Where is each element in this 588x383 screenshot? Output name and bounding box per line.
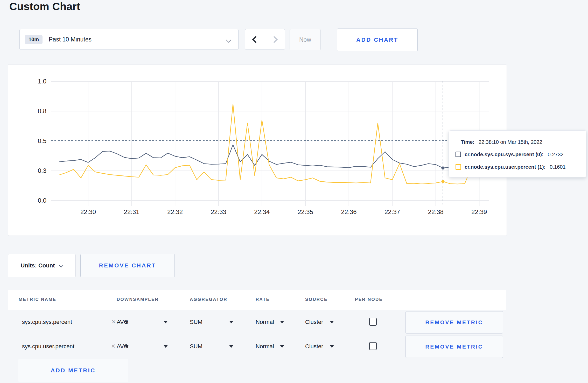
col-header-per-node: PER NODE bbox=[355, 297, 383, 302]
source-select[interactable]: Cluster bbox=[305, 343, 323, 350]
source-select[interactable]: Cluster bbox=[305, 319, 323, 325]
svg-text:0.3: 0.3 bbox=[38, 167, 46, 174]
page-title: Custom Chart bbox=[9, 1, 80, 13]
chart-card: 0.00.30.50.81.022:3022:3122:3222:3322:34… bbox=[8, 64, 507, 236]
caret-down-icon[interactable] bbox=[229, 321, 233, 323]
metric-name-select[interactable]: sys.cpu.user.percent bbox=[22, 343, 74, 350]
svg-text:22:30: 22:30 bbox=[80, 208, 96, 215]
tooltip-series-value: 0.2732 bbox=[548, 152, 564, 158]
col-header-aggregator: AGGREGATOR bbox=[190, 297, 227, 302]
clear-metric-icon[interactable]: ✕ bbox=[111, 343, 116, 349]
svg-text:22:32: 22:32 bbox=[167, 208, 183, 215]
tooltip-series-value: 0.1601 bbox=[550, 164, 565, 170]
svg-text:22:35: 22:35 bbox=[298, 208, 313, 215]
rate-select[interactable]: Normal bbox=[256, 343, 274, 350]
metric-name-select[interactable]: sys.cpu.sys.percent bbox=[22, 319, 72, 325]
tooltip-time-label: Time: bbox=[461, 139, 474, 145]
add-chart-button[interactable]: ADD CHART bbox=[337, 29, 418, 51]
remove-metric-button[interactable]: REMOVE METRIC bbox=[405, 336, 503, 358]
aggregator-select[interactable]: SUM bbox=[190, 319, 202, 325]
svg-text:22:34: 22:34 bbox=[254, 208, 270, 215]
user-percent-swatch-icon bbox=[456, 164, 461, 170]
chevron-down-icon bbox=[59, 263, 64, 267]
tooltip-series-label: cr.node.sys.cpu.user.percent (1): bbox=[465, 164, 545, 170]
tooltip-time-row: Time: 22:38:10 on Mar 15th, 2022 bbox=[456, 137, 579, 147]
caret-down-icon[interactable] bbox=[280, 345, 284, 348]
add-metric-button[interactable]: ADD METRIC bbox=[18, 359, 128, 382]
tooltip-time-value: 22:38:10 on Mar 15th, 2022 bbox=[479, 139, 542, 145]
time-range-badge: 10m bbox=[25, 35, 43, 44]
downsampler-select[interactable]: AVG bbox=[117, 343, 128, 350]
units-dropdown[interactable]: Units: Count bbox=[8, 254, 76, 277]
time-step-buttons bbox=[245, 29, 285, 50]
sys-percent-swatch-icon bbox=[456, 152, 461, 157]
col-header-source: SOURCE bbox=[305, 297, 328, 302]
aggregator-select[interactable]: SUM bbox=[190, 343, 202, 350]
caret-down-icon[interactable] bbox=[330, 321, 334, 323]
chevron-left-icon bbox=[252, 36, 259, 43]
caret-down-icon[interactable] bbox=[229, 345, 233, 348]
svg-text:1.0: 1.0 bbox=[38, 78, 46, 85]
chevron-down-icon bbox=[226, 37, 231, 42]
custom-chart-page: Custom Chart 10m Past 10 Minutes Now ADD… bbox=[0, 0, 588, 383]
caret-down-icon[interactable] bbox=[330, 345, 334, 348]
per-node-checkbox[interactable] bbox=[369, 342, 377, 350]
svg-text:22:38: 22:38 bbox=[428, 208, 444, 215]
downsampler-select[interactable]: AVG bbox=[117, 319, 128, 325]
col-header-metric-name: METRIC NAME bbox=[19, 297, 56, 302]
caret-down-icon[interactable] bbox=[280, 321, 284, 323]
next-range-button[interactable] bbox=[265, 29, 285, 49]
tooltip-series-label: cr.node.sys.cpu.sys.percent (0): bbox=[465, 152, 544, 158]
col-header-downsampler: DOWNSAMPLER bbox=[117, 297, 159, 302]
svg-text:22:36: 22:36 bbox=[341, 208, 357, 215]
svg-text:22:33: 22:33 bbox=[211, 208, 226, 215]
caret-down-icon[interactable] bbox=[164, 321, 168, 323]
per-node-checkbox[interactable] bbox=[369, 318, 377, 326]
rate-select[interactable]: Normal bbox=[256, 319, 274, 325]
svg-text:22:31: 22:31 bbox=[124, 208, 139, 215]
svg-text:22:37: 22:37 bbox=[384, 208, 400, 215]
time-range-dropdown[interactable]: 10m Past 10 Minutes bbox=[19, 29, 239, 50]
svg-text:0.0: 0.0 bbox=[38, 197, 46, 204]
toolbar-divider bbox=[8, 29, 8, 49]
caret-down-icon[interactable] bbox=[164, 345, 168, 348]
svg-text:0.8: 0.8 bbox=[38, 108, 46, 115]
clear-metric-icon[interactable]: ✕ bbox=[111, 319, 116, 325]
chevron-right-icon bbox=[271, 36, 278, 43]
time-range-label: Past 10 Minutes bbox=[49, 36, 92, 43]
remove-metric-button[interactable]: REMOVE METRIC bbox=[405, 311, 503, 334]
remove-chart-button[interactable]: REMOVE CHART bbox=[80, 254, 175, 277]
tooltip-series-row: cr.node.sys.cpu.user.percent (1): 0.1601 bbox=[456, 162, 579, 172]
now-button[interactable]: Now bbox=[290, 29, 321, 50]
svg-text:22:39: 22:39 bbox=[471, 208, 487, 215]
svg-text:0.5: 0.5 bbox=[38, 137, 46, 144]
metrics-line-chart[interactable]: 0.00.30.50.81.022:3022:3122:3222:3322:34… bbox=[8, 65, 507, 236]
tooltip-series-row: cr.node.sys.cpu.sys.percent (0): 0.2732 bbox=[456, 149, 579, 160]
col-header-rate: RATE bbox=[256, 297, 270, 302]
chart-hover-tooltip: Time: 22:38:10 on Mar 15th, 2022 cr.node… bbox=[449, 130, 586, 178]
prev-range-button[interactable] bbox=[245, 29, 265, 49]
units-label: Units: Count bbox=[21, 262, 55, 269]
